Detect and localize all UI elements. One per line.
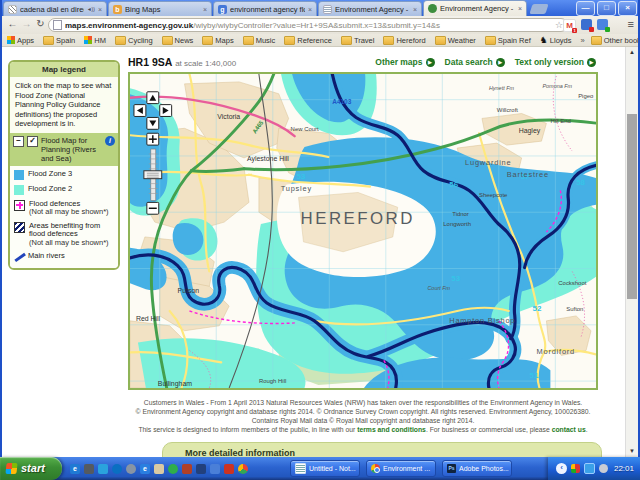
scroll-down-icon[interactable]: ▼: [626, 445, 638, 457]
restore-button[interactable]: □: [597, 1, 616, 16]
bookmark-spain-ref[interactable]: Spain Ref: [485, 36, 531, 45]
taskbar-window-photoshop[interactable]: Ps Adobe Photos...: [442, 460, 512, 477]
panel-heading: More detailed information: [185, 448, 601, 457]
quick-launch-icon-7[interactable]: [154, 464, 164, 474]
quick-launch-icon-3[interactable]: [98, 464, 108, 474]
folder-icon: [243, 36, 254, 45]
quick-launch-icon-4[interactable]: [112, 464, 122, 474]
reload-button[interactable]: ↻: [34, 18, 47, 29]
svg-text:Hagley: Hagley: [519, 127, 541, 135]
bookmarks-overflow-icon[interactable]: »: [581, 36, 585, 45]
quick-launch-icon-1[interactable]: e: [70, 464, 80, 474]
start-button[interactable]: start: [0, 457, 62, 480]
other-maps-link[interactable]: Other maps▶: [375, 57, 434, 67]
tray-volume-icon[interactable]: [599, 464, 608, 473]
forward-button[interactable]: →: [20, 18, 33, 29]
collapse-icon[interactable]: −: [13, 136, 24, 147]
quick-launch-chrome-icon[interactable]: [238, 464, 248, 474]
bookmark-cycling[interactable]: Cycling: [115, 36, 153, 45]
tab-cadena-dial[interactable]: cadena dial en direct ◄)) ×: [3, 1, 107, 16]
chrome-icon: [371, 464, 380, 473]
svg-text:53: 53: [297, 172, 306, 181]
window-border-left: [0, 0, 2, 457]
other-bookmarks-folder[interactable]: Other bookmarks: [591, 36, 640, 45]
page-scrollbar[interactable]: ▲ ▼: [625, 46, 638, 457]
bookmark-reference[interactable]: Reference: [284, 36, 332, 45]
terms-and-conditions-link[interactable]: terms and conditions: [357, 426, 426, 433]
page-icon: [323, 5, 332, 14]
taskbar-window-notepad[interactable]: Untitled - Not...: [290, 460, 360, 477]
contact-us-link[interactable]: contact us: [552, 426, 586, 433]
svg-text:Hill End: Hill End: [550, 118, 570, 124]
text-only-version-link[interactable]: Text only version▶: [515, 57, 596, 67]
bookmark-weather[interactable]: Weather: [435, 36, 476, 45]
info-icon[interactable]: i: [105, 136, 115, 146]
bookmark-maps[interactable]: Maps: [202, 36, 233, 45]
tab-close-icon[interactable]: ×: [98, 6, 102, 13]
quick-launch-icon-8[interactable]: [168, 464, 178, 474]
tray-security-icon[interactable]: [571, 464, 580, 473]
tab-close-icon[interactable]: ×: [203, 6, 207, 13]
tab-environment-agency-active[interactable]: Environment Agency - W ×: [423, 0, 527, 16]
tab-environment-agency-f[interactable]: Environment Agency - Fl ×: [318, 1, 422, 16]
folder-icon: [435, 36, 446, 45]
svg-text:Pigeo: Pigeo: [578, 93, 594, 99]
bookmark-lloyds[interactable]: ♞Lloyds: [540, 35, 572, 45]
data-search-link[interactable]: Data search▶: [445, 57, 505, 67]
quick-launch-icon-2[interactable]: [84, 464, 94, 474]
folder-icon: [383, 36, 394, 45]
flood-map-svg[interactable]: 53 56 57 58 53 52 51 HEREFORD Victoria A…: [130, 74, 596, 388]
bookmark-hm[interactable]: HM: [84, 36, 106, 45]
quick-launch-icon-9[interactable]: [182, 464, 192, 474]
address-bar[interactable]: maps.environment-agency.gov.uk/wiyby/wiy…: [48, 18, 568, 32]
bookmark-star-icon[interactable]: ☆: [555, 20, 563, 30]
photoshop-icon: Ps: [447, 464, 456, 473]
tab-bing-maps[interactable]: b Bing Maps ×: [108, 1, 212, 16]
bookmark-spain[interactable]: Spain: [43, 36, 75, 45]
chrome-menu-icon[interactable]: ≡: [628, 18, 634, 30]
gmail-extension-icon[interactable]: M1: [563, 19, 576, 32]
extension-icon-2[interactable]: [581, 19, 592, 30]
quick-launch-icon-12[interactable]: [224, 464, 234, 474]
scroll-up-icon[interactable]: ▲: [626, 46, 638, 58]
google-icon: g: [218, 5, 227, 14]
quick-launch-icon-11[interactable]: [210, 464, 220, 474]
bookmark-music[interactable]: Music: [243, 36, 276, 45]
quick-launch-icon-10[interactable]: [196, 464, 206, 474]
svg-text:Court Fm: Court Fm: [427, 285, 450, 291]
bookmark-travel[interactable]: Travel: [341, 36, 375, 45]
layer-checkbox[interactable]: ✓: [27, 136, 38, 147]
bookmark-news[interactable]: News: [162, 36, 194, 45]
arrow-circle-icon: ▶: [426, 58, 435, 67]
screen: cadena dial en direct ◄)) × b Bing Maps …: [0, 0, 640, 480]
svg-text:58: 58: [576, 178, 585, 187]
map-legend-panel: Map legend Click on the map to see what …: [8, 60, 120, 270]
flood-zone-3-swatch: [14, 170, 24, 180]
tab-close-icon[interactable]: ×: [308, 6, 312, 13]
folder-icon: [284, 36, 295, 45]
svg-text:Sufton: Sufton: [566, 306, 583, 312]
minimize-button[interactable]: —: [576, 1, 595, 16]
bing-icon: b: [113, 5, 122, 14]
tray-network-icon[interactable]: [584, 463, 595, 474]
svg-text:Bullingham: Bullingham: [158, 380, 192, 388]
bookmark-hereford[interactable]: Hereford: [383, 36, 425, 45]
tab-close-icon[interactable]: ×: [413, 6, 417, 13]
flood-map[interactable]: 53 56 57 58 53 52 51 HEREFORD Victoria A…: [128, 72, 598, 390]
extension-icon-3[interactable]: [597, 19, 608, 30]
taskbar-window-chrome[interactable]: Environment ...: [366, 460, 436, 477]
tab-close-icon[interactable]: ×: [518, 5, 522, 12]
map-header: HR1 9SA at scale 1:40,000: [128, 56, 236, 68]
close-button[interactable]: ×: [618, 1, 637, 16]
tray-chevron-icon[interactable]: ‹: [556, 463, 567, 474]
tab-google-search[interactable]: g environment agency floo ×: [213, 1, 317, 16]
quick-launch-icon-6[interactable]: e: [140, 464, 150, 474]
microsoft-logo-icon: [84, 36, 92, 44]
scrollbar-thumb[interactable]: [627, 114, 637, 299]
new-tab-button[interactable]: [529, 4, 548, 14]
quick-launch-icon-5[interactable]: [126, 464, 136, 474]
postcode-label: HR1 9SA: [128, 56, 172, 68]
bookmark-apps[interactable]: Apps: [7, 36, 34, 45]
svg-text:Cockshoot: Cockshoot: [558, 280, 586, 286]
back-button[interactable]: ←: [6, 18, 19, 29]
